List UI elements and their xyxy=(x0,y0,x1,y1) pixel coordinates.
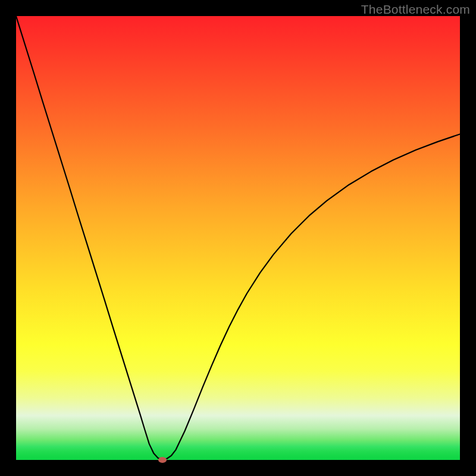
curve-svg xyxy=(16,16,460,460)
bottleneck-curve-path xyxy=(16,16,460,459)
watermark-text: TheBottleneck.com xyxy=(361,2,470,17)
chart-frame: TheBottleneck.com xyxy=(0,0,476,476)
optimum-marker xyxy=(158,457,167,463)
plot-area xyxy=(16,16,460,460)
